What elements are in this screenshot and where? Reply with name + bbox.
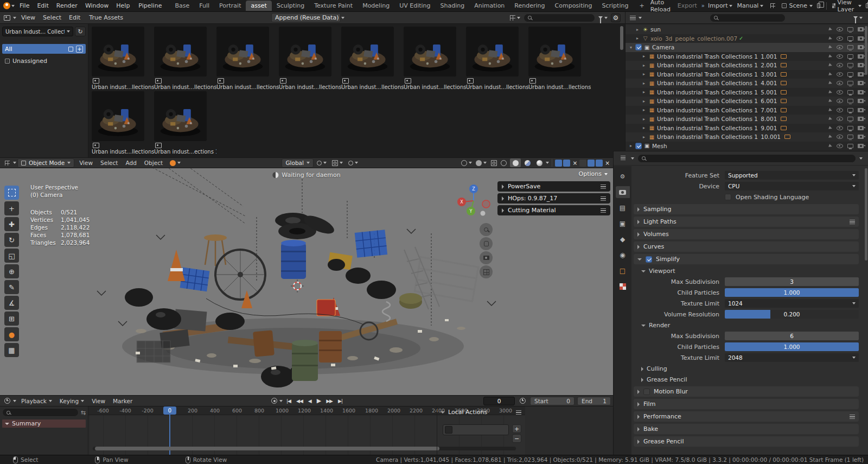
collection-checkbox[interactable] <box>635 44 642 50</box>
scene-selector[interactable]: Scene <box>782 2 813 9</box>
value-field[interactable]: 3 <box>725 277 859 286</box>
hide-toggle-icon[interactable] <box>837 36 843 41</box>
viewport-disable-toggle-icon[interactable] <box>847 45 853 49</box>
render-disable-toggle-icon[interactable] <box>858 54 864 59</box>
asset-thumbnail[interactable] <box>528 27 581 77</box>
expand-toggle-icon[interactable]: ▸ <box>641 99 647 104</box>
asset-thumbnail[interactable] <box>341 27 394 77</box>
texture-properties-tab[interactable] <box>616 281 630 293</box>
panel-header[interactable]: Grease Pencil <box>634 436 859 447</box>
move-tool[interactable]: ✚ <box>4 217 19 231</box>
editor-type-properties-icon[interactable] <box>618 154 628 163</box>
simplify-viewport-subpanel[interactable]: Viewport <box>641 266 859 276</box>
panel-header[interactable]: Volumes <box>634 229 859 239</box>
workspace-tab[interactable]: Texture Paint <box>309 1 358 11</box>
feature-set-dropdown[interactable]: Supported <box>725 171 859 180</box>
previous-keyframe-button[interactable]: ◀◀ <box>295 397 304 405</box>
screen-layout-icon[interactable] <box>768 2 777 10</box>
outliner-row[interactable]: ▸ ☀ sun ✓ <box>626 25 868 34</box>
render-disable-toggle-icon[interactable] <box>858 27 864 31</box>
app-menu-caret-icon[interactable] <box>11 5 15 7</box>
simplify-panel-header[interactable]: Simplify <box>634 254 859 264</box>
value-field[interactable]: 1.000 <box>725 342 859 351</box>
outliner-row[interactable]: ▸ ▦ Urban industrial Trash Collections 1… <box>626 132 868 142</box>
asset-thumbnail[interactable] <box>92 91 144 141</box>
topbar-menu[interactable]: File <box>16 0 33 11</box>
outliner-row[interactable]: ▸ ▽ xoio_3d_people_collection.007 ✓ <box>626 34 868 43</box>
panel-menu-icon[interactable] <box>516 410 521 415</box>
selectable-toggle-icon[interactable] <box>828 126 833 130</box>
true-assets-menu[interactable]: True Assets <box>85 12 127 23</box>
hud-panel-header[interactable]: Cutting Material <box>497 205 610 215</box>
asset-card[interactable]: Urban indust...ections 1_1 <box>154 91 216 155</box>
selectable-toggle-icon[interactable] <box>828 36 833 41</box>
plugin-toggle[interactable] <box>563 160 570 167</box>
workspace-tab[interactable]: Animation <box>469 1 509 11</box>
outliner-row[interactable]: ▸ ▦ Urban industrial Trash Collections 1… <box>626 124 868 133</box>
outliner-row[interactable]: ▸ ▦ Urban industrial Trash Collections 1… <box>626 79 868 88</box>
new-view-layer-icon[interactable] <box>866 3 868 8</box>
asset-card[interactable]: Urban indust...llections 1_2 <box>154 27 216 90</box>
workspace-tab[interactable]: UV Editing <box>394 1 435 11</box>
current-frame-field[interactable]: 0 <box>483 397 515 405</box>
topbar-menu[interactable]: Edit <box>33 0 52 11</box>
viewport-disable-toggle-icon[interactable] <box>847 27 853 31</box>
render-disable-toggle-icon[interactable] <box>858 72 864 77</box>
viewport[interactable]: Waiting for daemon Options User Perspect… <box>0 168 613 395</box>
editor-type-outliner-icon[interactable] <box>628 14 637 22</box>
hide-toggle-icon[interactable] <box>837 81 843 85</box>
selectable-toggle-icon[interactable] <box>828 117 833 121</box>
hide-toggle-icon[interactable] <box>837 135 843 139</box>
import-method-dropdown[interactable]: Append (Reuse Data) <box>271 13 341 22</box>
zoom-button[interactable] <box>480 223 493 236</box>
shading-rendered-button[interactable] <box>534 158 545 167</box>
hide-toggle-icon[interactable] <box>837 45 843 49</box>
view-layer-selector[interactable]: View Layer <box>832 0 861 13</box>
annotate-tool[interactable]: ✎ <box>4 280 19 294</box>
render-disable-toggle-icon[interactable] <box>858 135 864 139</box>
expand-toggle-icon[interactable]: ▸ <box>628 143 634 148</box>
hops-tool[interactable]: ● <box>4 327 19 341</box>
collection-checkbox[interactable] <box>635 143 642 149</box>
asset-thumbnail[interactable] <box>154 91 207 141</box>
timeline-menu[interactable]: Playback <box>17 396 56 406</box>
channel-search-input[interactable] <box>2 408 79 417</box>
selectable-toggle-icon[interactable] <box>828 108 833 112</box>
plugin-close-button[interactable]: × <box>571 160 578 166</box>
keying-set-caret-icon[interactable] <box>279 400 283 402</box>
device-dropdown[interactable]: CPU <box>725 182 859 190</box>
add-workspace-button[interactable]: + <box>634 1 649 11</box>
shading-solid-button[interactable] <box>510 158 521 167</box>
workspace-tab[interactable]: Full <box>194 1 214 11</box>
selectable-toggle-icon[interactable] <box>828 45 833 49</box>
selectable-toggle-icon[interactable] <box>828 99 833 103</box>
expand-toggle-icon[interactable]: ▸ <box>641 72 647 77</box>
simplify-checkbox[interactable] <box>646 256 652 263</box>
asset-thumbnail[interactable] <box>216 27 269 77</box>
selectable-toggle-icon[interactable] <box>828 144 833 148</box>
viewport-menu[interactable]: Select <box>97 158 122 168</box>
expand-toggle-icon[interactable]: ▸ <box>641 90 647 94</box>
asset-thumbnail[interactable] <box>92 27 144 77</box>
asset-browser-menu[interactable]: Edit <box>65 12 84 23</box>
viewport-disable-toggle-icon[interactable] <box>847 54 853 59</box>
editor-type-caret-icon[interactable] <box>631 157 634 160</box>
output-properties-tab[interactable]: ▤ <box>616 202 630 214</box>
properties-scrollbar[interactable] <box>865 163 867 445</box>
options-dropdown[interactable]: Options <box>579 170 608 177</box>
expand-toggle-icon[interactable]: ▸ <box>641 63 647 68</box>
asset-thumbnail[interactable] <box>404 27 456 77</box>
expand-toggle-icon[interactable]: ▸ <box>635 36 640 41</box>
viewport-disable-toggle-icon[interactable] <box>847 63 853 67</box>
selectable-toggle-icon[interactable] <box>828 54 833 59</box>
plugin-toggle[interactable] <box>579 160 586 167</box>
pan-button[interactable] <box>480 237 493 250</box>
hide-toggle-icon[interactable] <box>837 126 843 130</box>
render-disable-toggle-icon[interactable] <box>858 63 864 67</box>
add-cube-tool[interactable]: ⊞ <box>4 312 19 326</box>
panel-extras-icon[interactable] <box>850 415 855 419</box>
scene-properties-tab[interactable]: ◆ <box>616 233 630 245</box>
expand-toggle-icon[interactable]: ▸ <box>641 135 647 139</box>
cursor-tool[interactable]: + <box>4 201 19 215</box>
view-layer-properties-tab[interactable]: ▣ <box>616 218 630 230</box>
